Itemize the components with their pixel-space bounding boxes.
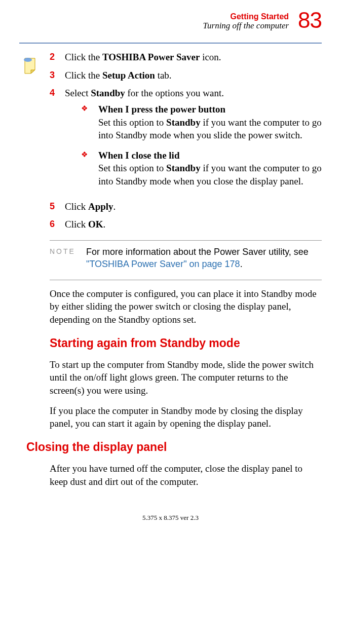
list-item: When I close the lid Set this option to …: [81, 149, 322, 188]
step-number: 2: [50, 51, 65, 63]
step-text: Click the Setup Action tab.: [65, 69, 322, 82]
sub-option-desc: Set this option to Standby if you want t…: [98, 162, 322, 187]
steps-list: 2 Click the TOSHIBA Power Saver icon. 3 …: [50, 51, 322, 231]
step-text: Select Standby for the options you want.…: [65, 87, 322, 195]
note-divider-top: [50, 240, 322, 241]
list-item: 5 Click Apply.: [50, 200, 322, 213]
cross-reference-link[interactable]: "TOSHIBA Power Saver" on page 178: [86, 259, 240, 269]
header-divider: [19, 43, 322, 44]
sub-option-title: When I close the lid: [98, 150, 179, 161]
body-paragraph: To start up the computer from Standby mo…: [50, 358, 322, 397]
sticky-note-icon: [23, 58, 36, 74]
note-text: For more information about the Power Sav…: [86, 246, 322, 271]
section-heading: Starting again from Standby mode: [50, 335, 322, 351]
page-number: 83: [298, 9, 322, 31]
step-text: Click Apply.: [65, 200, 322, 213]
page-content: 2 Click the TOSHIBA Power Saver icon. 3 …: [19, 51, 322, 488]
note-block: NOTE For more information about the Powe…: [50, 246, 322, 271]
list-item: 2 Click the TOSHIBA Power Saver icon.: [50, 51, 322, 64]
page-header: Getting Started Turning off the computer…: [19, 9, 322, 31]
list-item: 4 Select Standby for the options you wan…: [50, 87, 322, 195]
body-paragraph: If you place the computer in Standby mod…: [50, 404, 322, 430]
svg-point-0: [24, 58, 32, 62]
manual-page: Getting Started Turning off the computer…: [0, 0, 344, 538]
step-number: 5: [50, 200, 65, 212]
section-heading: Closing the display panel: [26, 439, 322, 455]
step-number: 3: [50, 69, 65, 81]
chapter-title: Getting Started: [203, 12, 289, 21]
step-text: Click the TOSHIBA Power Saver icon.: [65, 51, 322, 64]
sub-option-desc: Set this option to Standby if you want t…: [98, 116, 322, 142]
list-item: 6 Click OK.: [50, 218, 322, 231]
body-paragraph: After you have turned off the computer, …: [50, 462, 322, 488]
step-text: Click OK.: [65, 218, 322, 231]
body-paragraph: Once the computer is configured, you can…: [50, 287, 322, 326]
list-item: 3 Click the Setup Action tab.: [50, 69, 322, 82]
list-item: When I press the power button Set this o…: [81, 103, 322, 142]
step-number: 6: [50, 218, 65, 230]
sub-option-title: When I press the power button: [98, 104, 225, 115]
note-label: NOTE: [50, 246, 86, 256]
page-footer: 5.375 x 8.375 ver 2.3: [19, 513, 322, 522]
header-text: Getting Started Turning off the computer: [203, 9, 289, 30]
note-divider-bottom: [50, 280, 322, 280]
sub-list: When I press the power button Set this o…: [65, 103, 322, 188]
section-title: Turning off the computer: [203, 21, 289, 31]
step-number: 4: [50, 87, 65, 99]
